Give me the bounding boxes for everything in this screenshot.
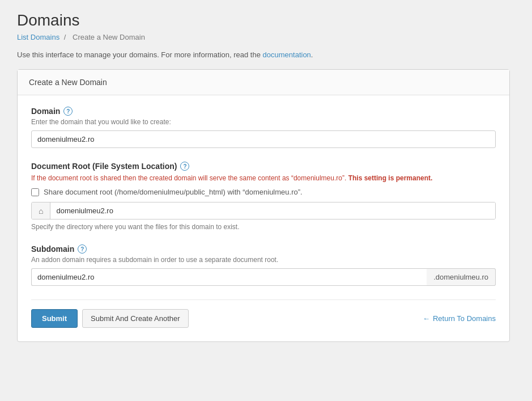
domain-help-icon[interactable]: ?	[63, 107, 73, 116]
return-label: Return To Domains	[433, 314, 496, 323]
home-icon: ⌂	[32, 202, 50, 219]
subdomain-hint: An addon domain requires a subdomain in …	[31, 256, 496, 264]
info-text: Use this interface to manage your domain…	[17, 50, 515, 59]
docroot-label: Document Root (File System Location) ?	[31, 162, 496, 171]
domain-input[interactable]	[31, 130, 496, 148]
subdomain-section: Subdomain ? An addon domain requires a s…	[31, 244, 496, 286]
return-link[interactable]: ← Return To Domains	[423, 314, 496, 323]
docroot-help-icon[interactable]: ?	[180, 162, 189, 171]
domain-section: Domain ? Enter the domain that you would…	[31, 107, 496, 148]
breadcrumb-separator: /	[64, 33, 66, 41]
page-title: Domains	[17, 11, 515, 29]
breadcrumb: List Domains / Create a New Domain	[17, 33, 515, 41]
main-card: Create a New Domain Domain ? Enter the d…	[17, 69, 510, 342]
share-checkbox-label[interactable]: Share document root (/home/domeniulmeu/p…	[44, 188, 303, 196]
docroot-input[interactable]	[50, 202, 495, 219]
docroot-input-wrapper: ⌂	[31, 202, 496, 220]
subdomain-help-icon[interactable]: ?	[78, 244, 87, 254]
subdomain-label: Subdomain ?	[31, 244, 496, 254]
subdomain-input[interactable]	[31, 268, 427, 286]
share-checkbox[interactable]	[31, 188, 39, 196]
docroot-warning: If the document root is shared then the …	[31, 173, 496, 183]
card-header: Create a New Domain	[18, 70, 509, 95]
card-body: Domain ? Enter the domain that you would…	[18, 95, 509, 341]
breadcrumb-current: Create a New Domain	[73, 33, 145, 41]
submit-button[interactable]: Submit	[31, 309, 78, 328]
share-docroot-row: Share document root (/home/domeniulmeu/p…	[31, 188, 496, 196]
button-row: Submit Submit And Create Another ← Retur…	[31, 299, 496, 328]
submit-another-button[interactable]: Submit And Create Another	[82, 309, 189, 328]
breadcrumb-list-link[interactable]: List Domains	[17, 33, 59, 41]
docroot-hint: Specify the directory where you want the…	[31, 223, 496, 231]
domain-label: Domain ?	[31, 107, 496, 116]
subdomain-suffix: .domeniulmeu.ro	[427, 268, 496, 286]
docroot-section: Document Root (File System Location) ? I…	[31, 162, 496, 231]
btn-left-group: Submit Submit And Create Another	[31, 309, 189, 328]
subdomain-input-row: .domeniulmeu.ro	[31, 268, 496, 286]
arrow-left-icon: ←	[423, 314, 430, 323]
documentation-link[interactable]: documentation	[263, 50, 311, 59]
domain-hint: Enter the domain that you would like to …	[31, 118, 496, 126]
